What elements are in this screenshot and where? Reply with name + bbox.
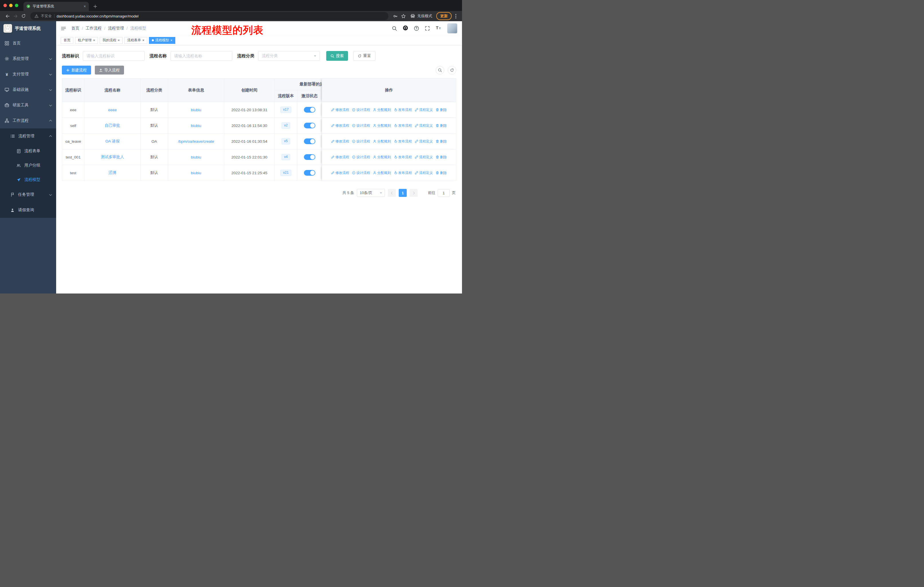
form-info-link[interactable]: biubiu	[191, 108, 201, 112]
design-model-action[interactable]: 设计流程	[352, 123, 370, 128]
active-toggle[interactable]	[304, 154, 315, 160]
assign-rule-action[interactable]: 分配规则	[373, 123, 391, 128]
delete-model-action[interactable]: 删除	[436, 170, 447, 175]
sidebar-item-leave-query[interactable]: 请假查询	[0, 202, 56, 218]
help-icon[interactable]	[414, 26, 419, 31]
sidebar-item-system[interactable]: 系统管理	[0, 51, 56, 66]
delete-model-action[interactable]: 删除	[436, 139, 447, 144]
design-model-action[interactable]: 设计流程	[352, 139, 370, 144]
fullscreen-icon[interactable]	[425, 26, 430, 31]
sidebar-item-payment[interactable]: ¥ 支付管理	[0, 66, 56, 82]
design-model-action[interactable]: 设计流程	[352, 155, 370, 160]
publish-model-action[interactable]: 发布流程	[394, 139, 412, 144]
process-definition-action[interactable]: 流程定义	[415, 107, 433, 112]
close-icon[interactable]: ×	[142, 39, 144, 42]
design-model-action[interactable]: 设计流程	[352, 107, 370, 112]
tag-my-process[interactable]: 我的流程×	[100, 37, 122, 44]
publish-model-action[interactable]: 发布流程	[394, 107, 412, 112]
create-process-button[interactable]: 新建流程	[62, 66, 91, 74]
design-model-action[interactable]: 设计流程	[352, 170, 370, 175]
forward-button[interactable]	[12, 12, 20, 20]
form-info-link[interactable]: biubiu	[191, 171, 201, 175]
model-name-link[interactable]: eeee	[108, 108, 117, 112]
model-name-link[interactable]: OA 请假	[106, 139, 120, 143]
model-name-link[interactable]: 自己审批	[105, 123, 120, 127]
edit-model-action[interactable]: 修改流程	[331, 139, 349, 144]
delete-model-action[interactable]: 删除	[436, 123, 447, 128]
model-name-link[interactable]: 测试多审批人	[101, 155, 124, 159]
tag-process-model[interactable]: 流程模型×	[149, 37, 175, 44]
active-toggle[interactable]	[304, 170, 315, 176]
tag-home[interactable]: 首页	[61, 37, 73, 44]
bookmark-star-icon[interactable]	[399, 12, 407, 20]
close-icon[interactable]: ×	[170, 39, 172, 42]
delete-model-action[interactable]: 删除	[436, 155, 447, 160]
active-toggle[interactable]	[304, 139, 315, 144]
assign-rule-action[interactable]: 分配规则	[373, 170, 391, 175]
tag-tenant[interactable]: 租户管理×	[75, 37, 98, 44]
import-process-button[interactable]: 导入流程	[95, 66, 124, 74]
toggle-search-button[interactable]	[436, 66, 444, 74]
back-button[interactable]	[3, 12, 12, 20]
edit-model-action[interactable]: 修改流程	[331, 155, 349, 160]
page-size-select[interactable]: 10条/页	[357, 189, 385, 197]
publish-model-action[interactable]: 发布流程	[394, 170, 412, 175]
process-definition-action[interactable]: 流程定义	[415, 155, 433, 160]
edit-model-action[interactable]: 修改流程	[331, 170, 349, 175]
browser-menu-icon[interactable]	[453, 12, 459, 20]
publish-model-action[interactable]: 发布流程	[394, 123, 412, 128]
publish-model-action[interactable]: 发布流程	[394, 155, 412, 160]
edit-model-action[interactable]: 修改流程	[331, 107, 349, 112]
url-text[interactable]: dashboard.yudao.iocoder.cn/bpm/manager/m…	[57, 14, 139, 18]
page-number-button[interactable]: 1	[399, 189, 407, 197]
reload-button[interactable]	[20, 12, 28, 20]
assign-rule-action[interactable]: 分配规则	[373, 139, 391, 144]
window-minimize-button[interactable]	[9, 4, 13, 7]
sidebar-item-task-manage[interactable]: 任务管理	[0, 187, 56, 202]
sidebar-item-process-manage[interactable]: 流程管理	[0, 128, 56, 144]
close-icon[interactable]: ×	[118, 39, 120, 42]
window-zoom-button[interactable]	[15, 4, 18, 7]
process-name-input[interactable]	[170, 51, 232, 61]
app-logo[interactable]: 芋道管理系统	[0, 21, 56, 36]
window-close-button[interactable]	[3, 4, 7, 7]
process-definition-action[interactable]: 流程定义	[415, 123, 433, 128]
sidebar-item-home[interactable]: 首页	[0, 36, 56, 51]
sidebar-item-infra[interactable]: 基础设施	[0, 82, 56, 98]
form-info-link[interactable]: /bpm/oa/leave/create	[178, 139, 214, 144]
search-icon[interactable]	[392, 26, 397, 31]
breadcrumb-home[interactable]: 首页	[71, 26, 79, 31]
tab-close-icon[interactable]: ×	[84, 4, 86, 8]
process-category-select[interactable]: 流程分类	[258, 51, 320, 61]
reset-button[interactable]: 重置	[353, 51, 376, 61]
breadcrumb-workflow[interactable]: 工作流程	[86, 26, 102, 31]
breadcrumb-process-manage[interactable]: 流程管理	[108, 26, 124, 31]
sidebar-item-process-model[interactable]: 流程模型	[0, 172, 56, 187]
update-button[interactable]: 更新	[436, 12, 452, 20]
tag-process-form[interactable]: 流程表单×	[124, 37, 147, 44]
model-name-link[interactable]: 滔博	[109, 170, 116, 175]
search-button[interactable]: 搜索	[326, 51, 348, 61]
url-bar[interactable]: 不安全 dashboard.yudao.iocoder.cn/bpm/manag…	[30, 12, 388, 20]
active-toggle[interactable]	[304, 123, 315, 128]
form-info-link[interactable]: biubiu	[191, 124, 201, 128]
delete-model-action[interactable]: 删除	[436, 107, 447, 112]
assign-rule-action[interactable]: 分配规则	[373, 155, 391, 160]
process-definition-action[interactable]: 流程定义	[415, 170, 433, 175]
assign-rule-action[interactable]: 分配规则	[373, 107, 391, 112]
edit-model-action[interactable]: 修改流程	[331, 123, 349, 128]
user-avatar[interactable]	[447, 23, 457, 33]
sidebar-item-user-group[interactable]: 用户分组	[0, 158, 56, 172]
process-key-input[interactable]	[83, 51, 145, 61]
process-definition-action[interactable]: 流程定义	[415, 139, 433, 144]
refresh-button[interactable]	[448, 66, 456, 74]
sidebar-item-devtools[interactable]: 研发工具	[0, 98, 56, 113]
goto-page-input[interactable]	[438, 189, 450, 197]
sidebar-item-process-form[interactable]: 流程表单	[0, 144, 56, 158]
form-info-link[interactable]: biubiu	[191, 155, 201, 159]
font-size-icon[interactable]: TT	[436, 25, 441, 31]
new-tab-button[interactable]	[91, 2, 99, 10]
sidebar-item-workflow[interactable]: 工作流程	[0, 113, 56, 128]
github-icon[interactable]	[403, 25, 408, 32]
next-page-button[interactable]	[409, 189, 417, 197]
